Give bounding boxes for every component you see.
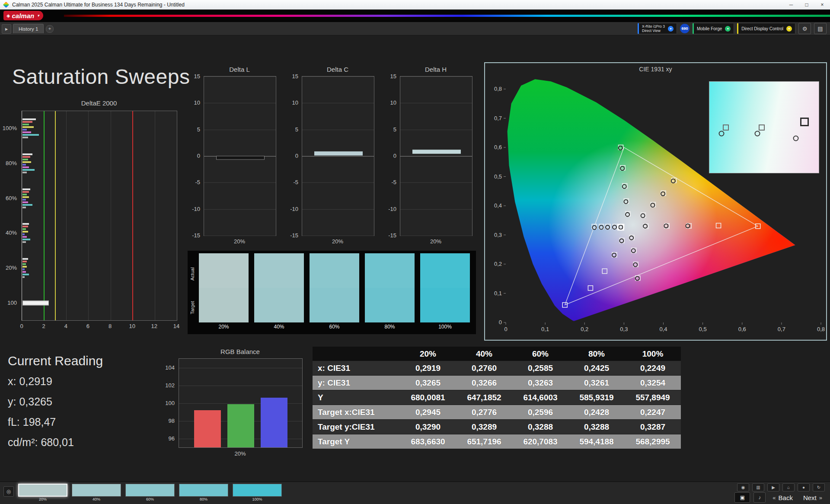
meter-badge[interactable]: 690 bbox=[680, 24, 690, 33]
cie-measured-red bbox=[643, 224, 647, 228]
deltae-y-tick: 100 bbox=[7, 299, 17, 306]
deltae-y-tick: 80% bbox=[6, 160, 17, 166]
back-icon: « bbox=[773, 494, 776, 501]
deltae-bar bbox=[22, 236, 27, 238]
cie-x-tick: 0 bbox=[504, 326, 507, 332]
deltae-bar bbox=[22, 204, 32, 206]
calman-logo[interactable]: ◈ calman ▾ bbox=[3, 11, 43, 20]
deltae-bar bbox=[22, 137, 28, 138]
deltae-bar bbox=[22, 231, 28, 233]
cie-measured-magenta bbox=[629, 236, 633, 240]
next-button[interactable]: Next » bbox=[800, 493, 826, 502]
cie-y-tick: 0,5 bbox=[494, 173, 502, 180]
table-col-header: 60% bbox=[512, 347, 568, 361]
delta-x-label: 20% bbox=[204, 238, 275, 245]
menu-button[interactable]: ▤ bbox=[814, 23, 827, 34]
play-button[interactable]: ▶ bbox=[767, 483, 779, 491]
refresh-button[interactable]: ↻ bbox=[813, 483, 825, 491]
swatch-label: 20% bbox=[199, 324, 249, 330]
record-button[interactable]: ● bbox=[798, 483, 810, 491]
table-cell: 0,2945 bbox=[400, 405, 456, 420]
delta-y-tick: 15 bbox=[182, 73, 200, 80]
deltae-bar bbox=[22, 164, 26, 166]
cie-measured-cyan bbox=[613, 225, 616, 229]
source-selector[interactable]: Mobile Forge ▾ bbox=[693, 23, 734, 34]
cie-y-tick: 0,1 bbox=[494, 290, 502, 297]
delta-y-tick: -5 bbox=[182, 179, 200, 185]
trash-button[interactable]: ▥ bbox=[752, 483, 764, 491]
audio-button[interactable]: ♪ bbox=[753, 492, 766, 503]
table-cell: 0,2585 bbox=[512, 361, 568, 376]
meter-selector[interactable]: X-Rite i1Pro 3 Direct View ▾ bbox=[638, 23, 677, 34]
rgb-y-tick: 102 bbox=[165, 382, 175, 388]
table-cell: 0,3288 bbox=[512, 420, 568, 434]
table-row-label: Target y:CIE31 bbox=[313, 420, 400, 434]
pattern-patch-40%[interactable] bbox=[72, 484, 121, 497]
table-cell: 0,3290 bbox=[400, 420, 456, 434]
table-cell: 0,2596 bbox=[512, 405, 568, 420]
deltae-x-tick: 8 bbox=[109, 323, 112, 329]
cie-1931-panel: CIE 1931 xy 00,10,20,30,40,50,60,70,800,… bbox=[484, 62, 827, 341]
settings-gear-button[interactable]: ⚙ bbox=[798, 23, 811, 34]
cie-y-tick: 0,2 bbox=[494, 261, 502, 267]
swatch-target-half bbox=[310, 288, 359, 322]
tab-history-1[interactable]: History 1 bbox=[13, 24, 44, 33]
delta-y-tick: -10 bbox=[182, 205, 200, 212]
deltae-plot-area bbox=[22, 111, 177, 321]
logo-dropdown-icon[interactable]: ▾ bbox=[37, 13, 39, 18]
panel-toggle-button[interactable]: ▶ bbox=[2, 24, 11, 34]
pattern-patch-100%[interactable] bbox=[233, 484, 282, 497]
cie-measured-cyan bbox=[592, 226, 596, 230]
rgb-bars bbox=[179, 359, 302, 447]
cie-measured-magenta bbox=[633, 263, 637, 267]
deltae-x-tick: 14 bbox=[173, 323, 179, 329]
deltae-gridline bbox=[88, 111, 89, 320]
eye-button[interactable]: ◉ bbox=[737, 483, 749, 491]
delta-chart-delta-c: Delta C151050-5-10-1520% bbox=[280, 66, 374, 245]
pattern-patch-20%[interactable] bbox=[18, 484, 67, 497]
deltae-bar bbox=[22, 131, 31, 133]
delta-y-tick: 10 bbox=[280, 99, 298, 106]
delta-plot-area bbox=[400, 76, 472, 236]
cie-x-tick: 0,7 bbox=[778, 326, 785, 332]
delta-chart-delta-l: Delta L151050-5-10-1520% bbox=[182, 66, 275, 245]
current-reading: Current Reading x: 0,2919y: 0,3265fL: 19… bbox=[8, 354, 103, 456]
display-selector[interactable]: Direct Display Control ▾ bbox=[737, 23, 795, 34]
table-col-header: 20% bbox=[400, 347, 456, 361]
deltae-gridline bbox=[155, 111, 155, 320]
minimize-button[interactable]: ─ bbox=[783, 0, 799, 10]
table-cell: 0,3289 bbox=[456, 420, 512, 434]
toolbar-right: X-Rite i1Pro 3 Direct View ▾ 690 Mobile … bbox=[638, 23, 827, 34]
pattern-patch-60%[interactable] bbox=[125, 484, 175, 497]
swatch-actual-half bbox=[310, 253, 359, 288]
reading-value: cd/m²: 680,01 bbox=[8, 436, 103, 449]
table-row-label: y: CIE31 bbox=[313, 376, 400, 390]
chevron-down-icon[interactable]: ▾ bbox=[668, 26, 674, 32]
maximize-button[interactable]: □ bbox=[799, 0, 814, 10]
home-button[interactable]: ⌂ bbox=[782, 483, 795, 491]
chevron-down-icon[interactable]: ▾ bbox=[725, 26, 731, 32]
swatch-color bbox=[254, 253, 304, 322]
pattern-patch-cell: 20% bbox=[18, 484, 67, 501]
back-button[interactable]: « Back bbox=[769, 493, 796, 502]
cie-y-tick: 0,8 bbox=[494, 86, 502, 92]
table-corner bbox=[313, 347, 400, 361]
close-button[interactable]: × bbox=[814, 0, 830, 10]
cie-x-tick: 0,2 bbox=[581, 326, 588, 332]
add-tab-button[interactable]: + bbox=[46, 25, 54, 33]
delta-y-tick: 0 bbox=[280, 153, 298, 159]
bottom-tool-buttons: ◉▥▶⌂●↻ bbox=[737, 483, 825, 491]
deltae-x-tick: 6 bbox=[86, 323, 89, 329]
deltae-bar bbox=[22, 239, 30, 240]
chevron-down-icon[interactable]: ▾ bbox=[786, 26, 792, 32]
pattern-patch-80%[interactable] bbox=[179, 484, 228, 497]
eye-button[interactable]: ◎ bbox=[3, 486, 14, 497]
pattern-window-button[interactable]: ▣ bbox=[734, 492, 750, 503]
deltae-bar bbox=[22, 134, 39, 136]
deltae-bar-group bbox=[22, 118, 177, 138]
reading-value: x: 0,2919 bbox=[8, 375, 103, 388]
table-row-label: Y bbox=[313, 390, 400, 405]
cie-y-tick: 0,3 bbox=[494, 232, 502, 238]
cie-measured-yellow bbox=[671, 179, 675, 183]
table-cell: 0,2760 bbox=[456, 361, 512, 376]
